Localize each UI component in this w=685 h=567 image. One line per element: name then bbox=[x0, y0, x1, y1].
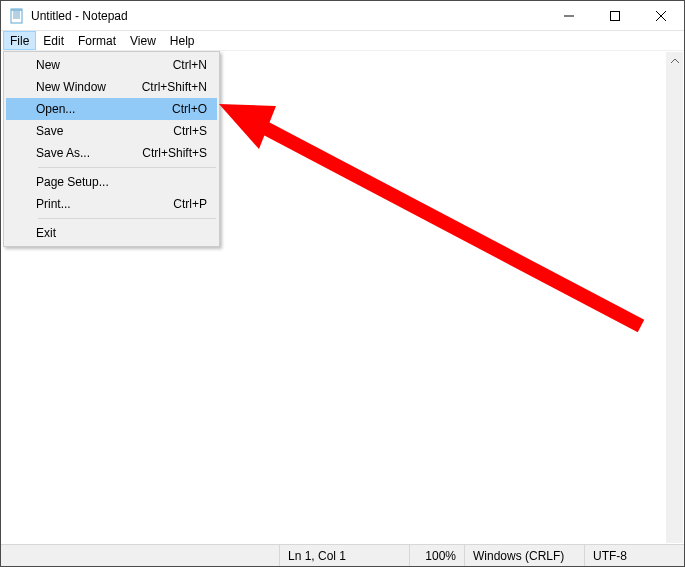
menu-item-label: New bbox=[36, 58, 173, 72]
menu-item-shortcut: Ctrl+P bbox=[173, 197, 207, 211]
status-zoom: 100% bbox=[409, 545, 464, 566]
menu-item-page-setup[interactable]: Page Setup... bbox=[6, 171, 217, 193]
status-line-ending: Windows (CRLF) bbox=[464, 545, 584, 566]
menu-item-new[interactable]: New Ctrl+N bbox=[6, 54, 217, 76]
menu-item-label: New Window bbox=[36, 80, 142, 94]
status-encoding: UTF-8 bbox=[584, 545, 684, 566]
menu-item-new-window[interactable]: New Window Ctrl+Shift+N bbox=[6, 76, 217, 98]
menu-item-exit[interactable]: Exit bbox=[6, 222, 217, 244]
menu-separator bbox=[38, 218, 216, 219]
svg-rect-5 bbox=[11, 9, 22, 11]
close-button[interactable] bbox=[638, 1, 684, 30]
menu-item-print[interactable]: Print... Ctrl+P bbox=[6, 193, 217, 215]
menu-edit[interactable]: Edit bbox=[36, 31, 71, 50]
menu-item-shortcut: Ctrl+O bbox=[172, 102, 207, 116]
svg-rect-7 bbox=[611, 11, 620, 20]
minimize-button[interactable] bbox=[546, 1, 592, 30]
window-title: Untitled - Notepad bbox=[31, 9, 546, 23]
menu-item-label: Open... bbox=[36, 102, 172, 116]
menu-item-save[interactable]: Save Ctrl+S bbox=[6, 120, 217, 142]
menu-item-shortcut: Ctrl+N bbox=[173, 58, 207, 72]
menu-item-label: Save As... bbox=[36, 146, 142, 160]
menu-item-label: Exit bbox=[36, 226, 207, 240]
notepad-icon bbox=[9, 8, 25, 24]
menu-item-open[interactable]: Open... Ctrl+O bbox=[6, 98, 217, 120]
menu-item-shortcut: Ctrl+Shift+N bbox=[142, 80, 207, 94]
scroll-up-arrow-icon[interactable] bbox=[666, 52, 683, 69]
title-bar: Untitled - Notepad bbox=[1, 1, 684, 31]
status-cursor-position: Ln 1, Col 1 bbox=[279, 545, 409, 566]
vertical-scrollbar[interactable] bbox=[666, 52, 683, 543]
menu-item-label: Page Setup... bbox=[36, 175, 207, 189]
menu-help[interactable]: Help bbox=[163, 31, 202, 50]
menu-view[interactable]: View bbox=[123, 31, 163, 50]
menu-file[interactable]: File bbox=[3, 31, 36, 50]
status-spacer bbox=[1, 545, 279, 566]
menu-item-shortcut: Ctrl+Shift+S bbox=[142, 146, 207, 160]
maximize-button[interactable] bbox=[592, 1, 638, 30]
menu-item-save-as[interactable]: Save As... Ctrl+Shift+S bbox=[6, 142, 217, 164]
status-bar: Ln 1, Col 1 100% Windows (CRLF) UTF-8 bbox=[1, 544, 684, 566]
menu-item-label: Print... bbox=[36, 197, 173, 211]
menu-separator bbox=[38, 167, 216, 168]
menu-item-shortcut: Ctrl+S bbox=[173, 124, 207, 138]
file-dropdown-menu: New Ctrl+N New Window Ctrl+Shift+N Open.… bbox=[3, 51, 220, 247]
menu-item-label: Save bbox=[36, 124, 173, 138]
menu-format[interactable]: Format bbox=[71, 31, 123, 50]
window-controls bbox=[546, 1, 684, 30]
menu-bar: File Edit Format View Help bbox=[1, 31, 684, 51]
